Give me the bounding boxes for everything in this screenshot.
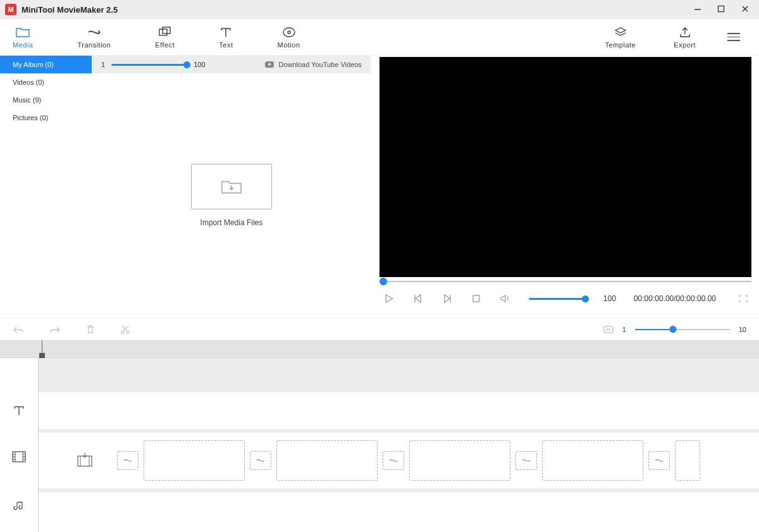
template-icon <box>614 26 627 39</box>
fit-zoom-button[interactable] <box>603 326 614 333</box>
import-folder-icon <box>221 178 242 195</box>
preview-controls: 100 00:00:00.00/00:00:00.00 <box>379 286 751 311</box>
media-body: Import Media Files <box>92 73 371 318</box>
sidebar-item-music[interactable]: Music (9) <box>0 91 92 109</box>
sidebar-item-my-album[interactable]: My Album (0) <box>0 56 92 73</box>
tab-media-label: Media <box>13 41 33 49</box>
clip-slot[interactable] <box>675 440 700 481</box>
close-button[interactable] <box>741 5 754 14</box>
template-button[interactable]: Template <box>605 26 636 49</box>
export-label: Export <box>674 41 696 49</box>
menu-button[interactable] <box>727 33 740 41</box>
prev-frame-button[interactable] <box>412 293 424 304</box>
preview-seek[interactable] <box>379 277 751 286</box>
tab-motion-label: Motion <box>277 41 300 49</box>
tab-transition-label: Transition <box>77 41 111 49</box>
export-button[interactable]: Export <box>674 26 696 49</box>
stop-button[interactable] <box>471 293 482 304</box>
zoom-slider[interactable] <box>635 329 730 330</box>
window-controls <box>693 5 754 14</box>
text-track[interactable] <box>38 392 759 429</box>
content-row: My Album (0) Videos (0) Music (9) Pictur… <box>0 56 759 318</box>
zoom-min: 1 <box>622 326 626 333</box>
audio-track[interactable] <box>38 492 759 532</box>
tab-transition[interactable]: Transition <box>77 26 111 49</box>
effect-icon <box>158 26 172 39</box>
track-area <box>38 358 759 532</box>
tab-effect-label: Effect <box>155 41 175 49</box>
titlebar: M MiniTool MovieMaker 2.5 <box>0 0 759 19</box>
clip-slot[interactable] <box>409 440 510 481</box>
export-icon <box>678 26 692 39</box>
transition-slot[interactable] <box>117 451 139 470</box>
media-pane: 1 100 Download YouTube Videos Import Med… <box>92 56 371 318</box>
timeline-ruler[interactable] <box>0 340 759 358</box>
motion-icon <box>282 26 296 39</box>
timecode: 00:00:00.00/00:00:00.00 <box>634 294 716 303</box>
drop-media-icon <box>77 452 93 469</box>
svg-rect-4 <box>159 29 167 35</box>
clip-slot[interactable] <box>276 440 378 481</box>
play-button[interactable] <box>383 293 395 304</box>
sidebar-item-videos[interactable]: Videos (0) <box>0 73 92 91</box>
media-header: 1 100 Download YouTube Videos <box>92 56 371 73</box>
text-icon <box>219 26 233 39</box>
audio-track-icon <box>0 485 38 528</box>
svg-rect-18 <box>473 295 479 302</box>
zoom-max: 10 <box>739 326 746 333</box>
preview-video[interactable] <box>379 57 751 277</box>
tab-motion[interactable]: Motion <box>277 26 300 49</box>
svg-rect-5 <box>163 27 170 34</box>
svg-point-19 <box>121 330 124 333</box>
folder-icon <box>16 26 30 39</box>
cut-button[interactable] <box>120 325 130 335</box>
transition-slot[interactable] <box>383 451 404 470</box>
download-icon <box>264 61 275 68</box>
thumb-size-max: 100 <box>194 61 205 68</box>
preview-pane: 100 00:00:00.00/00:00:00.00 <box>371 56 759 318</box>
main-toolbar: Media Transition Effect Text Motion Temp… <box>0 19 759 56</box>
minimize-button[interactable] <box>693 5 706 14</box>
svg-point-11 <box>288 31 290 34</box>
next-frame-button[interactable] <box>441 293 453 304</box>
volume-icon[interactable] <box>500 293 511 304</box>
text-track-icon <box>0 392 38 429</box>
sidebar-item-pictures[interactable]: Pictures (0) <box>0 109 92 127</box>
timeline <box>0 340 759 532</box>
thumb-size-slider[interactable] <box>111 64 187 66</box>
transition-slot[interactable] <box>648 451 670 470</box>
download-youtube-button[interactable]: Download YouTube Videos <box>264 61 362 68</box>
transition-slot[interactable] <box>250 451 271 470</box>
fullscreen-button[interactable] <box>739 295 748 302</box>
tab-media[interactable]: Media <box>13 26 33 49</box>
transition-slot[interactable] <box>515 451 537 470</box>
svg-marker-13 <box>386 295 393 302</box>
svg-point-20 <box>126 330 129 333</box>
import-media-button[interactable] <box>191 164 272 209</box>
app-logo: M <box>5 4 16 15</box>
svg-marker-16 <box>445 295 450 302</box>
tab-effect[interactable]: Effect <box>155 26 175 49</box>
clip-slot[interactable] <box>144 440 245 481</box>
tab-text[interactable]: Text <box>219 26 233 49</box>
clip-slot[interactable] <box>542 440 643 481</box>
svg-marker-14 <box>416 295 421 302</box>
volume-value: 100 <box>603 294 616 303</box>
media-sidebar: My Album (0) Videos (0) Music (9) Pictur… <box>0 56 92 318</box>
volume-slider[interactable] <box>529 298 586 300</box>
app-title: MiniTool MovieMaker 2.5 <box>22 5 118 15</box>
redo-button[interactable] <box>49 325 61 334</box>
undo-button[interactable] <box>13 325 24 334</box>
delete-button[interactable] <box>86 325 95 335</box>
download-youtube-label: Download YouTube Videos <box>278 61 362 68</box>
tab-text-label: Text <box>219 41 233 49</box>
maximize-button[interactable] <box>717 5 730 14</box>
edit-bar: 1 10 <box>0 318 759 340</box>
import-media-label: Import Media Files <box>201 218 263 227</box>
thumb-size-min: 1 <box>101 61 105 68</box>
video-track[interactable] <box>38 433 759 488</box>
svg-point-10 <box>283 28 295 37</box>
video-track-icon <box>0 429 38 485</box>
template-label: Template <box>605 41 636 49</box>
svg-rect-1 <box>719 6 724 12</box>
